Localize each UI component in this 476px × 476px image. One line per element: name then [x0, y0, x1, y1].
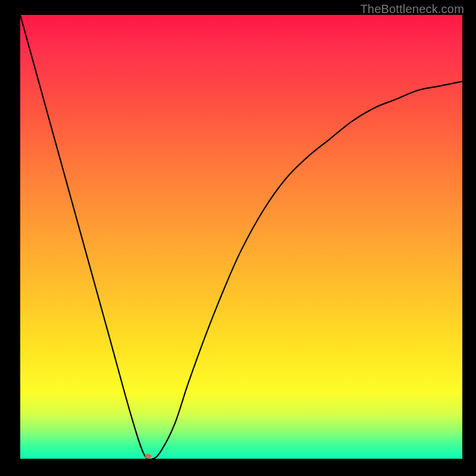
bottleneck-curve	[20, 15, 462, 459]
watermark-text: TheBottleneck.com	[360, 2, 464, 16]
chart-frame: TheBottleneck.com	[0, 0, 476, 476]
curve-svg	[20, 15, 462, 459]
optimal-point-marker	[145, 454, 152, 459]
plot-area	[20, 15, 462, 459]
